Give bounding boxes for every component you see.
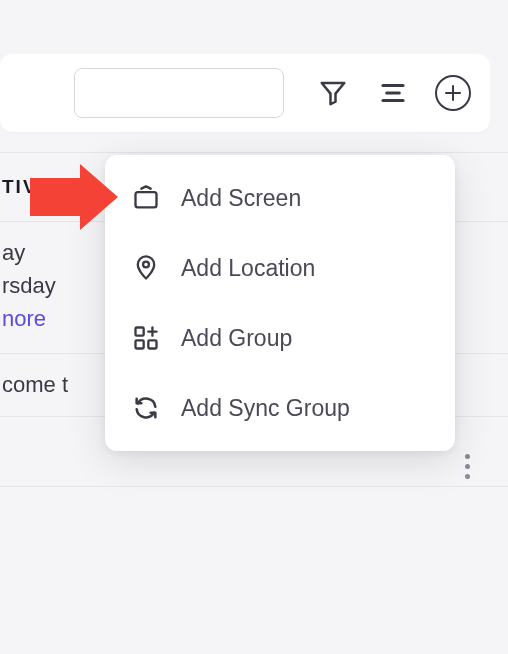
lines-icon	[378, 78, 408, 108]
filter-button[interactable]	[314, 74, 352, 112]
group-icon	[131, 323, 161, 353]
callout-arrow	[30, 178, 80, 216]
add-button[interactable]	[434, 74, 472, 112]
add-sync-group-item[interactable]: Add Sync Group	[105, 373, 455, 443]
sort-button[interactable]	[374, 74, 412, 112]
kebab-icon	[465, 454, 470, 459]
svg-rect-7	[136, 340, 144, 348]
add-screen-item[interactable]: Add Screen	[105, 163, 455, 233]
dropdown-label: Add Location	[181, 255, 315, 282]
plus-circle-icon	[435, 75, 471, 111]
svg-rect-8	[148, 340, 156, 348]
search-input[interactable]	[74, 68, 284, 118]
add-group-item[interactable]: Add Group	[105, 303, 455, 373]
funnel-icon	[318, 78, 348, 108]
svg-marker-0	[322, 83, 345, 104]
row-menu-button[interactable]	[465, 454, 470, 479]
svg-rect-6	[136, 328, 144, 336]
dropdown-label: Add Group	[181, 325, 292, 352]
screen-icon	[131, 183, 161, 213]
add-location-item[interactable]: Add Location	[105, 233, 455, 303]
dropdown-label: Add Sync Group	[181, 395, 350, 422]
sync-icon	[131, 393, 161, 423]
location-icon	[131, 253, 161, 283]
cell-text: come t	[2, 372, 68, 397]
toolbar	[0, 54, 490, 132]
dropdown-label: Add Screen	[181, 185, 301, 212]
svg-point-5	[143, 262, 149, 268]
add-dropdown: Add Screen Add Location Add Group	[105, 155, 455, 451]
svg-rect-4	[136, 192, 157, 207]
